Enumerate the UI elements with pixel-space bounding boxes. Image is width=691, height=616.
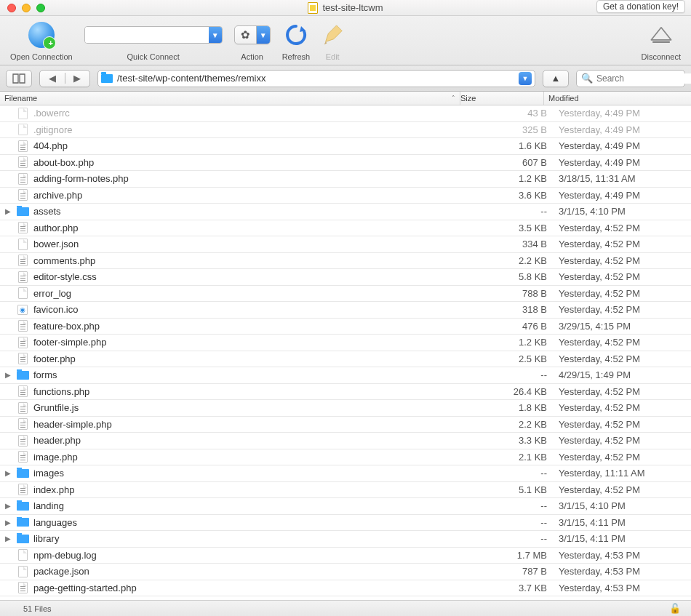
file-row[interactable]: ▶footer.php2.5 KBYesterday, 4:52 PM (0, 351, 691, 368)
file-size: -- (471, 206, 554, 217)
file-icon (18, 451, 28, 463)
file-row[interactable]: ▶about-box.php607 BYesterday, 4:49 PM (0, 155, 691, 172)
minimize-window-button[interactable] (22, 4, 31, 12)
file-row[interactable]: ▶footer-simple.php1.2 KBYesterday, 4:52 … (0, 335, 691, 351)
disconnect-button[interactable] (649, 19, 674, 51)
file-icon (18, 484, 28, 495)
file-name: bower.json (33, 239, 79, 249)
file-row[interactable]: ▶library--3/1/15, 4:11 PM (0, 531, 691, 548)
search-field[interactable]: 🔍 (576, 70, 685, 87)
quick-connect-dropdown[interactable]: ▼ (209, 27, 222, 43)
disclosure-triangle[interactable]: ▶ (4, 371, 12, 379)
file-size: 2.2 KB (471, 255, 554, 266)
file-row[interactable]: ▶.bowerrc43 BYesterday, 4:49 PM (0, 105, 691, 122)
refresh-button[interactable] (284, 19, 308, 51)
file-row[interactable]: ▶404.php1.6 KBYesterday, 4:49 PM (0, 138, 691, 155)
search-input[interactable] (596, 73, 691, 84)
folder-icon (17, 371, 29, 380)
file-modified: Yesterday, 4:52 PM (554, 419, 691, 430)
file-modified: Yesterday, 4:52 PM (554, 337, 691, 348)
file-row[interactable]: ▶index.php5.1 KBYesterday, 4:52 PM (0, 482, 691, 499)
file-row[interactable]: ▶images--Yesterday, 11:11 AM (0, 465, 691, 482)
file-icon (18, 173, 28, 185)
bookmarks-button[interactable] (6, 70, 32, 87)
file-row[interactable]: ▶image.php2.1 KBYesterday, 4:52 PM (0, 449, 691, 466)
file-row[interactable]: ▶npm-debug.log1.7 MBYesterday, 4:53 PM (0, 548, 691, 564)
file-size: 788 B (471, 288, 554, 299)
file-row[interactable]: ▶header.php3.3 KBYesterday, 4:52 PM (0, 433, 691, 449)
action-label: Action (241, 52, 263, 61)
file-row[interactable]: ▶package.json787 BYesterday, 4:53 PM (0, 564, 691, 580)
history-nav: ◀ ▶ (39, 70, 90, 87)
disclosure-triangle[interactable]: ▶ (4, 469, 12, 477)
file-name: comments.php (33, 255, 95, 266)
file-icon (18, 402, 28, 414)
globe-plus-icon[interactable]: + (28, 22, 55, 48)
action-button[interactable]: ✿ ▼ (234, 25, 271, 44)
file-size: 1.8 KB (471, 402, 554, 413)
file-size: 43 B (471, 108, 554, 119)
path-dropdown[interactable]: ▼ (519, 72, 532, 85)
disclosure-triangle[interactable]: ▶ (4, 207, 12, 215)
back-button[interactable]: ◀ (40, 73, 65, 84)
disclosure-triangle[interactable]: ▶ (4, 519, 12, 527)
column-size[interactable]: Size (460, 92, 544, 105)
file-row[interactable]: ▶comments.php2.2 KBYesterday, 4:52 PM (0, 253, 691, 270)
file-modified: Yesterday, 4:52 PM (554, 452, 691, 463)
file-size: -- (471, 517, 554, 528)
file-modified: Yesterday, 4:49 PM (554, 124, 691, 135)
file-size: 3.3 KB (471, 435, 554, 446)
file-size: 318 B (471, 304, 554, 315)
quick-connect-field[interactable]: ▼ (84, 26, 223, 44)
file-row[interactable]: ▶◉favicon.ico318 BYesterday, 4:52 PM (0, 302, 691, 319)
file-row[interactable]: ▶bower.json334 BYesterday, 4:52 PM (0, 236, 691, 253)
file-icon (18, 189, 28, 201)
file-size: 787 B (471, 566, 554, 577)
column-modified[interactable]: Modified (544, 92, 691, 105)
disclosure-triangle[interactable]: ▶ (4, 502, 12, 510)
file-row[interactable]: ▶page-getting-started.php3.7 KBYesterday… (0, 580, 691, 597)
file-size: 2.1 KB (471, 452, 554, 463)
disclosure-triangle[interactable]: ▶ (4, 535, 12, 543)
edit-label: Edit (326, 52, 340, 61)
file-row[interactable]: ▶Gruntfile.js1.8 KBYesterday, 4:52 PM (0, 400, 691, 417)
file-row[interactable]: ▶archive.php3.6 KBYesterday, 4:49 PM (0, 188, 691, 204)
column-filename[interactable]: Filename ˄ (0, 92, 460, 105)
svg-rect-0 (652, 41, 670, 44)
file-row[interactable]: ▶.gitignore325 BYesterday, 4:49 PM (0, 122, 691, 139)
file-modified: Yesterday, 4:49 PM (554, 157, 691, 168)
file-row[interactable]: ▶feature-box.php476 B3/29/15, 4:15 PM (0, 319, 691, 335)
search-icon: 🔍 (581, 73, 593, 84)
file-row[interactable]: ▶assets--3/1/15, 4:10 PM (0, 204, 691, 220)
donation-button[interactable]: Get a donation key! (596, 0, 685, 13)
file-name: header.php (33, 435, 81, 446)
close-window-button[interactable] (7, 4, 16, 12)
file-modified: Yesterday, 4:52 PM (554, 271, 691, 282)
file-modified: Yesterday, 4:52 PM (554, 255, 691, 266)
file-icon (18, 418, 28, 430)
quick-connect-input[interactable] (85, 27, 209, 43)
gear-icon[interactable]: ✿ (235, 26, 257, 44)
file-row[interactable]: ▶functions.php26.4 KBYesterday, 4:52 PM (0, 384, 691, 401)
file-row[interactable]: ▶header-simple.php2.2 KBYesterday, 4:52 … (0, 417, 691, 433)
file-modified: 3/1/15, 4:11 PM (554, 533, 691, 544)
forward-button[interactable]: ▶ (65, 73, 90, 84)
file-size: -- (471, 500, 554, 511)
file-list[interactable]: ▶.bowerrc43 BYesterday, 4:49 PM▶.gitigno… (0, 105, 691, 600)
file-row[interactable]: ▶forms--4/29/15, 1:49 PM (0, 367, 691, 384)
path-text: /test-site/wp-content/themes/remixx (117, 73, 514, 84)
file-icon (18, 108, 28, 119)
up-button[interactable]: ▲ (543, 70, 569, 87)
file-name: languages (33, 517, 77, 528)
status-bar: 51 Files 🔓 (0, 600, 691, 616)
file-row[interactable]: ▶adding-form-notes.php1.2 KB3/18/15, 11:… (0, 171, 691, 188)
refresh-label: Refresh (282, 52, 311, 61)
zoom-window-button[interactable] (36, 4, 45, 12)
file-row[interactable]: ▶landing--3/1/15, 4:10 PM (0, 498, 691, 515)
path-field[interactable]: /test-site/wp-content/themes/remixx ▼ (97, 70, 535, 87)
file-row[interactable]: ▶error_log788 BYesterday, 4:52 PM (0, 286, 691, 303)
file-row[interactable]: ▶author.php3.5 KBYesterday, 4:52 PM (0, 220, 691, 237)
file-row[interactable]: ▶languages--3/1/15, 4:11 PM (0, 515, 691, 532)
file-row[interactable]: ▶editor-style.css5.8 KBYesterday, 4:52 P… (0, 269, 691, 286)
action-dropdown[interactable]: ▼ (257, 26, 270, 44)
